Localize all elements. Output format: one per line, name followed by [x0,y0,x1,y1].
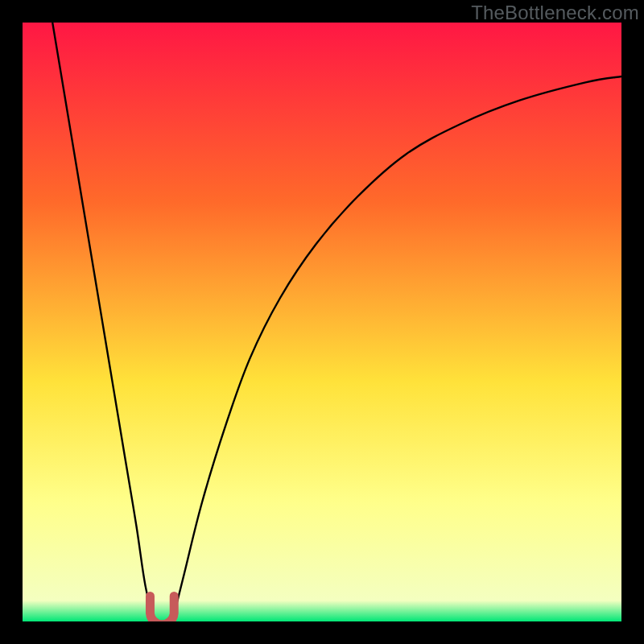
chart-frame [23,23,621,621]
bottleneck-chart [23,23,621,621]
chart-background [23,23,621,621]
watermark-text: TheBottleneck.com [471,2,639,24]
